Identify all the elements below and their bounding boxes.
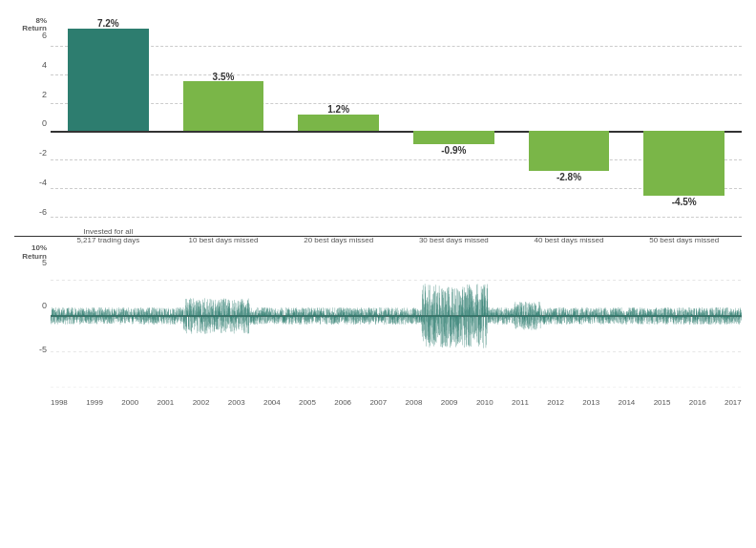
bar-value-0: 7.2% — [51, 18, 166, 29]
daily-x-label-8: 2006 — [334, 398, 351, 407]
grid-line--6 — [51, 217, 742, 218]
daily-x-label-19: 2017 — [724, 398, 742, 407]
daily-x-label-13: 2011 — [512, 398, 529, 407]
y-label-4: 4 — [14, 60, 47, 70]
y-label-n2: -2 — [14, 148, 47, 158]
daily-x-label-10: 2008 — [406, 398, 423, 407]
bar-0 — [68, 29, 148, 131]
daily-chart-section: 10%Return 5 0 -5 19981999200020012002200… — [14, 244, 742, 407]
daily-x-label-3: 2001 — [157, 398, 174, 407]
daily-x-label-0: 1998 — [51, 398, 68, 407]
bar-3 — [413, 131, 494, 143]
daily-x-label-18: 2016 — [689, 398, 706, 407]
bar-group-2: 1.2%20 best days missed — [281, 17, 396, 217]
daily-y-n5: -5 — [14, 345, 47, 354]
y-label-n4: -4 — [14, 178, 47, 187]
bar-5 — [643, 131, 724, 195]
bar-group-0: 7.2%Invested for all5,217 trading days — [51, 17, 166, 217]
daily-x-label-2: 2000 — [121, 398, 138, 407]
daily-y-0: 0 — [14, 301, 47, 310]
daily-x-label-4: 2002 — [193, 398, 210, 407]
daily-x-label-9: 2007 — [369, 398, 387, 407]
bar-value-2: 1.2% — [281, 104, 396, 115]
daily-x-label-1: 1999 — [86, 398, 103, 407]
bar-group-3: -0.9%30 best days missed — [396, 17, 512, 217]
daily-x-label-16: 2014 — [619, 398, 636, 407]
daily-x-label-6: 2004 — [263, 398, 281, 407]
bar-area: 7.2%Invested for all5,217 trading days3.… — [51, 17, 742, 217]
bar-2 — [298, 115, 378, 132]
daily-x-label-14: 2012 — [547, 398, 564, 407]
daily-y-axis: 10%Return 5 0 -5 — [14, 244, 51, 388]
bar-x-label-0: Invested for all5,217 trading days — [51, 227, 166, 245]
bar-y-axis: 8%Return 6 4 2 0 -2 -4 -6 — [14, 17, 51, 217]
bar-1 — [183, 81, 263, 131]
daily-returns-svg — [51, 244, 742, 388]
bar-value-4: -2.8% — [512, 172, 627, 182]
bar-value-1: 3.5% — [166, 72, 282, 82]
bar-chart: 8%Return 6 4 2 0 -2 -4 -6 7.2%Invested f… — [14, 17, 742, 237]
y-label-n6: -6 — [14, 207, 47, 217]
bar-4 — [529, 131, 609, 171]
daily-x-label-11: 2009 — [441, 398, 458, 407]
daily-x-label-7: 2005 — [299, 398, 316, 407]
daily-x-axis: 1998199920002001200220032004200520062007… — [51, 398, 742, 407]
bar-group-1: 3.5%10 best days missed — [166, 17, 282, 217]
daily-x-label-17: 2015 — [654, 398, 671, 407]
daily-chart-area — [51, 244, 742, 388]
bar-group-4: -2.8%40 best days missed — [512, 17, 627, 217]
daily-x-label-12: 2010 — [476, 398, 494, 407]
bar-value-5: -4.5% — [626, 197, 742, 207]
bar-group-5: -4.5%50 best days missed — [626, 17, 742, 217]
y-label-0: 0 — [14, 118, 47, 128]
daily-chart: 10%Return 5 0 -5 19981999200020012002200… — [14, 244, 742, 407]
bar-value-3: -0.9% — [396, 145, 512, 156]
daily-x-label-15: 2013 — [582, 398, 599, 407]
daily-x-label-5: 2003 — [228, 398, 245, 407]
y-label-2: 2 — [14, 90, 47, 99]
